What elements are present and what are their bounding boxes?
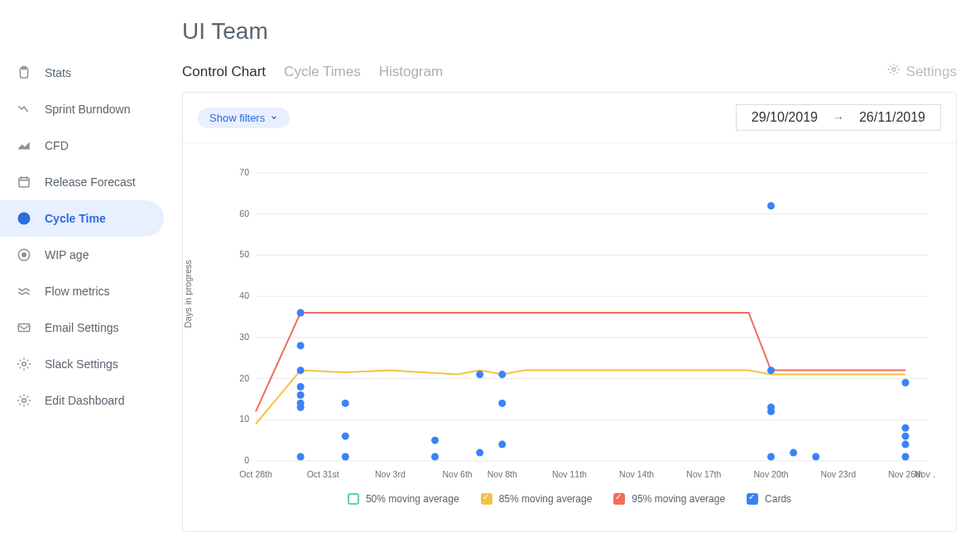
gear-icon [17, 357, 31, 371]
sidebar-item-flow-metrics[interactable]: Flow metrics [0, 273, 171, 309]
date-range-picker[interactable]: 29/10/2019 → 26/11/2019 [736, 104, 941, 131]
legend-swatch-icon [613, 493, 625, 505]
svg-point-52 [476, 449, 483, 457]
svg-text:Nov …: Nov … [915, 469, 936, 479]
svg-text:0: 0 [244, 455, 249, 465]
burndown-icon [17, 102, 31, 117]
svg-point-8 [22, 399, 26, 403]
legend-label: 50% moving average [366, 493, 459, 505]
sidebar-item-label: Release Forecast [45, 175, 136, 189]
date-from: 29/10/2019 [752, 110, 818, 125]
cfd-icon [17, 138, 31, 153]
svg-point-55 [498, 441, 506, 448]
sidebar-item-label: CFD [45, 139, 69, 152]
sidebar-item-edit-dashboard[interactable]: Edit Dashboard [0, 382, 171, 419]
sidebar-item-label: WIP age [45, 248, 89, 261]
mail-icon [17, 320, 31, 335]
svg-point-40 [297, 367, 305, 374]
legend-label: Cards [765, 493, 791, 505]
svg-text:Nov 8th: Nov 8th [488, 469, 517, 479]
sidebar-item-label: Slack Settings [45, 357, 118, 371]
svg-text:Oct 28th: Oct 28th [239, 469, 272, 479]
svg-text:20: 20 [239, 373, 249, 383]
svg-text:Oct 31st: Oct 31st [307, 469, 339, 479]
chevron-down-icon [270, 112, 278, 124]
svg-point-53 [498, 371, 506, 378]
legend-label: 95% moving average [632, 493, 725, 505]
svg-point-47 [342, 433, 349, 440]
svg-rect-6 [18, 324, 30, 332]
settings-label: Settings [906, 64, 957, 80]
legend-50pct[interactable]: 50% moving average [348, 493, 459, 505]
legend-85pct[interactable]: 85% moving average [481, 493, 593, 505]
svg-text:Nov 3rd: Nov 3rd [375, 469, 406, 479]
card-toolbar: Show filters 29/10/2019 → 26/11/2019 [183, 93, 956, 143]
svg-point-56 [767, 202, 775, 209]
show-filters-button[interactable]: Show filters [198, 108, 290, 128]
clipboard-icon [17, 65, 31, 80]
svg-text:60: 60 [239, 208, 249, 218]
svg-point-48 [342, 453, 349, 461]
sidebar-item-wip-age[interactable]: WIP age [0, 237, 171, 273]
svg-text:50: 50 [239, 249, 249, 259]
svg-text:Nov 20th: Nov 20th [754, 469, 789, 479]
svg-point-62 [812, 453, 819, 461]
legend-cards[interactable]: Cards [747, 493, 791, 505]
sidebar-item-slack-settings[interactable]: Slack Settings [0, 346, 171, 382]
sidebar-item-email-settings[interactable]: Email Settings [0, 309, 171, 346]
svg-text:Nov 14th: Nov 14th [619, 469, 654, 479]
svg-text:Nov 23rd: Nov 23rd [820, 469, 856, 479]
clock-icon [17, 211, 31, 226]
svg-text:30: 30 [239, 332, 249, 342]
arrow-right-icon: → [833, 111, 844, 124]
sidebar-item-label: Edit Dashboard [45, 394, 125, 407]
legend-swatch-icon [481, 493, 492, 505]
waves-icon [17, 284, 31, 299]
svg-point-7 [22, 362, 26, 367]
svg-point-54 [498, 400, 506, 407]
svg-point-42 [297, 391, 305, 399]
tabs-row: Control Chart Cycle Times Histogram Sett… [182, 63, 957, 80]
legend-95pct[interactable]: 95% moving average [613, 493, 725, 505]
svg-point-46 [342, 400, 349, 407]
svg-text:Nov 6th: Nov 6th [443, 469, 473, 479]
svg-point-66 [901, 441, 909, 448]
gauge-icon [17, 247, 31, 262]
tab-histogram[interactable]: Histogram [379, 64, 443, 80]
settings-link[interactable]: Settings [887, 63, 957, 80]
date-to: 26/11/2019 [859, 110, 925, 125]
svg-point-57 [767, 367, 775, 374]
svg-point-61 [790, 449, 797, 457]
svg-point-9 [892, 68, 896, 71]
svg-point-59 [767, 408, 775, 415]
legend-label: 85% moving average [499, 493, 593, 505]
svg-point-49 [431, 437, 439, 444]
svg-point-51 [476, 371, 483, 378]
svg-point-44 [297, 404, 305, 411]
svg-point-5 [22, 253, 26, 257]
y-axis-title: Days in progress [183, 259, 193, 328]
svg-point-38 [297, 309, 305, 317]
svg-point-39 [297, 342, 305, 349]
sidebar-item-release-forecast[interactable]: Release Forecast [0, 164, 171, 200]
main-content: UI Team Control Chart Cycle Times Histog… [171, 0, 980, 556]
chart-card: Show filters 29/10/2019 → 26/11/2019 Day… [182, 92, 957, 532]
sidebar-item-label: Cycle Time [45, 212, 106, 225]
sidebar-item-burndown[interactable]: Sprint Burndown [0, 91, 171, 127]
gear-icon [17, 393, 31, 408]
svg-point-45 [297, 453, 305, 461]
sidebar: Stats Sprint Burndown CFD Release Foreca… [0, 0, 171, 556]
sidebar-item-label: Flow metrics [45, 285, 110, 298]
sidebar-item-label: Sprint Burndown [45, 103, 131, 116]
legend-swatch-icon [348, 493, 359, 505]
tab-control-chart[interactable]: Control Chart [182, 64, 266, 80]
svg-text:40: 40 [239, 290, 249, 300]
sidebar-item-cfd[interactable]: CFD [0, 127, 171, 164]
svg-text:Nov 11th: Nov 11th [552, 469, 587, 479]
sidebar-item-cycle-time[interactable]: Cycle Time [0, 200, 164, 237]
calendar-icon [17, 175, 31, 189]
tab-cycle-times[interactable]: Cycle Times [284, 64, 361, 80]
sidebar-item-label: Stats [45, 66, 71, 79]
svg-text:10: 10 [239, 414, 249, 424]
sidebar-item-stats[interactable]: Stats [0, 55, 171, 91]
